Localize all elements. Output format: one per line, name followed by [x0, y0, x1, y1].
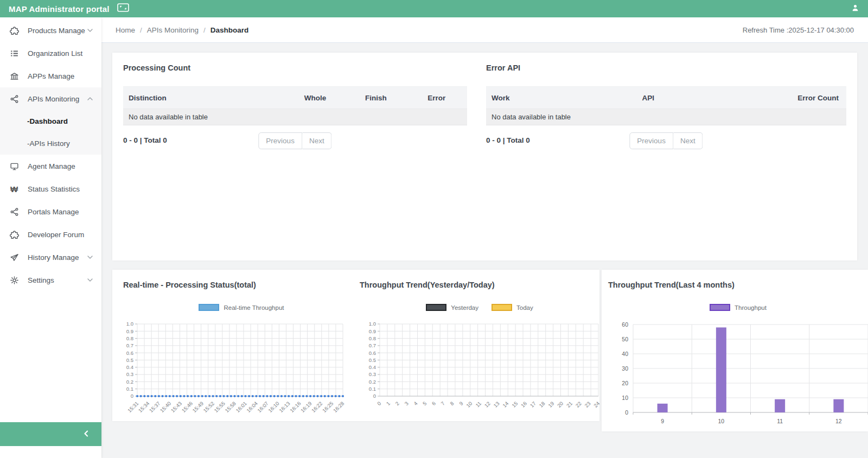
svg-text:0: 0 — [131, 393, 133, 399]
svg-text:15:31: 15:31 — [126, 400, 140, 414]
previous-page-button[interactable]: Previous — [258, 132, 302, 149]
user-icon — [851, 4, 859, 14]
svg-text:9: 9 — [458, 400, 464, 407]
pager-button-group: Previous Next — [258, 132, 331, 149]
next-page-button[interactable]: Next — [673, 132, 703, 149]
app-title: MAP Administrator portal — [9, 4, 110, 14]
realtime-throughput-chart-canvas: 1.00.90.80.70.60.50.40.30.20.1015:3115:3… — [123, 314, 351, 412]
svg-text:16:16: 16:16 — [289, 400, 302, 414]
chevron-up-icon — [87, 97, 93, 100]
chart-realtime-processing-status: Real-time - Processing Status(total) Rea… — [123, 281, 360, 421]
monitor-icon — [9, 161, 20, 171]
error-api-section: Error API WorkAPIError Count No data ava… — [486, 63, 846, 250]
column-header-whole: Whole — [285, 94, 346, 102]
svg-text:8: 8 — [449, 400, 455, 407]
chevron-left-icon — [84, 429, 88, 439]
column-header-error: Error — [406, 94, 467, 102]
list-icon — [9, 48, 20, 59]
sidebar-item-apps-manage[interactable]: APPs Manage — [0, 65, 101, 87]
svg-text:0.9: 0.9 — [369, 328, 376, 334]
breadcrumb-bar: Home/APIs Monitoring/Dashboard Refresh T… — [101, 17, 868, 43]
svg-text:0: 0 — [373, 393, 376, 399]
paper-plane-icon — [9, 252, 20, 263]
processing-count-section: Processing Count DistinctionWholeFinishE… — [123, 63, 467, 250]
svg-text:4: 4 — [412, 400, 419, 407]
svg-text:10: 10 — [465, 400, 473, 409]
sidebar-collapse-button[interactable] — [0, 422, 101, 446]
refresh-time-label: Refresh Time :2025-12-17 04:30:00 — [743, 26, 854, 34]
svg-text:16:04: 16:04 — [245, 400, 259, 414]
svg-text:15:34: 15:34 — [137, 400, 151, 414]
svg-text:0.4: 0.4 — [369, 364, 376, 370]
legend-swatch — [492, 304, 512, 311]
chart-card-months: Throughput Trend(Last 4 months) Throughp… — [602, 270, 868, 431]
sidebar-item-developer-forum[interactable]: Developer Forum — [0, 223, 101, 246]
user-menu-button[interactable] — [851, 4, 859, 14]
legend-swatch — [426, 304, 446, 311]
svg-text:0.9: 0.9 — [126, 328, 133, 334]
legend-label: Real-time Throughput — [224, 304, 284, 311]
svg-text:16: 16 — [520, 400, 528, 409]
sidebar-item-settings[interactable]: Settings — [0, 269, 101, 291]
breadcrumb-item-home[interactable]: Home — [116, 26, 135, 34]
won-icon: ₩ — [9, 183, 20, 194]
sidebar-item-label: Organization List — [28, 49, 82, 58]
svg-text:0.5: 0.5 — [369, 357, 376, 363]
svg-text:16:10: 16:10 — [267, 400, 280, 414]
chevron-down-icon — [87, 256, 93, 259]
svg-text:16:25: 16:25 — [321, 400, 335, 414]
svg-text:22: 22 — [575, 400, 583, 409]
legend-label: Today — [516, 304, 533, 311]
svg-text:16:07: 16:07 — [256, 400, 270, 414]
chart-legend: Real-time Throughput — [123, 303, 360, 311]
svg-text:0.8: 0.8 — [369, 335, 376, 341]
svg-text:60: 60 — [622, 321, 628, 328]
tables-card: Processing Count DistinctionWholeFinishE… — [112, 53, 857, 260]
svg-text:16:13: 16:13 — [278, 400, 291, 414]
sidebar-item-label: Status Statistics — [28, 185, 80, 193]
svg-text:30: 30 — [622, 365, 628, 372]
sidebar-item-history-manage[interactable]: History Manage — [0, 246, 101, 269]
sidebar-item-status-statistics[interactable]: ₩Status Statistics — [0, 177, 101, 200]
legend-label: Yesterday — [451, 304, 478, 311]
svg-text:0.8: 0.8 — [126, 335, 133, 341]
svg-text:1: 1 — [385, 400, 392, 407]
sidebar-subitem-dashboard[interactable]: -Dashboard — [0, 110, 101, 132]
app-root: MAP Administrator portal Products Manage… — [0, 0, 868, 458]
sidebar-item-agent-manage[interactable]: Agent Manage — [0, 155, 101, 177]
table-header-row: WorkAPIError Count — [486, 86, 846, 109]
svg-text:23: 23 — [583, 400, 591, 409]
svg-text:15:40: 15:40 — [159, 400, 173, 414]
sidebar-item-apis-monitoring[interactable]: APIs Monitoring — [0, 87, 101, 110]
breadcrumb-item-apis-monitoring[interactable]: APIs Monitoring — [147, 26, 199, 34]
svg-text:12: 12 — [835, 418, 842, 424]
pagination-summary: 0 - 0 | Total 0 — [123, 136, 167, 144]
svg-text:16:19: 16:19 — [299, 400, 313, 414]
svg-text:17: 17 — [529, 400, 537, 409]
legend-entry-throughput: Throughput — [710, 304, 767, 311]
chevron-down-icon — [87, 29, 93, 32]
sidebar-group-apis-monitoring: APIs Monitoring-Dashboard-APIs History — [0, 87, 101, 155]
fullscreen-toggle-button[interactable] — [117, 3, 129, 14]
table-header-row: DistinctionWholeFinishError — [123, 86, 467, 109]
svg-text:0.1: 0.1 — [126, 386, 133, 392]
svg-text:16:01: 16:01 — [234, 400, 248, 414]
sidebar-item-portals-manage[interactable]: Portals Manage — [0, 200, 101, 223]
svg-text:19: 19 — [547, 400, 555, 409]
svg-text:40: 40 — [622, 351, 628, 357]
svg-text:10: 10 — [718, 418, 725, 424]
sidebar-item-organization-list[interactable]: Organization List — [0, 42, 101, 65]
previous-page-button[interactable]: Previous — [629, 132, 673, 149]
svg-text:3: 3 — [403, 400, 410, 407]
svg-text:15:58: 15:58 — [224, 400, 237, 414]
svg-text:10: 10 — [622, 395, 628, 401]
next-page-button[interactable]: Next — [302, 132, 332, 149]
pagination: 0 - 0 | Total 0 Previous Next — [486, 132, 846, 149]
throughput-trend-months-chart-canvas: 60504030201009101112 — [608, 314, 868, 429]
svg-text:15:46: 15:46 — [181, 400, 194, 414]
sidebar-item-products-manage[interactable]: Products Manage — [0, 19, 101, 42]
svg-text:12: 12 — [483, 400, 492, 409]
sidebar-subitem-apis-history[interactable]: -APIs History — [0, 132, 101, 155]
breadcrumb-item-dashboard: Dashboard — [210, 26, 249, 34]
svg-text:0.7: 0.7 — [126, 342, 133, 348]
